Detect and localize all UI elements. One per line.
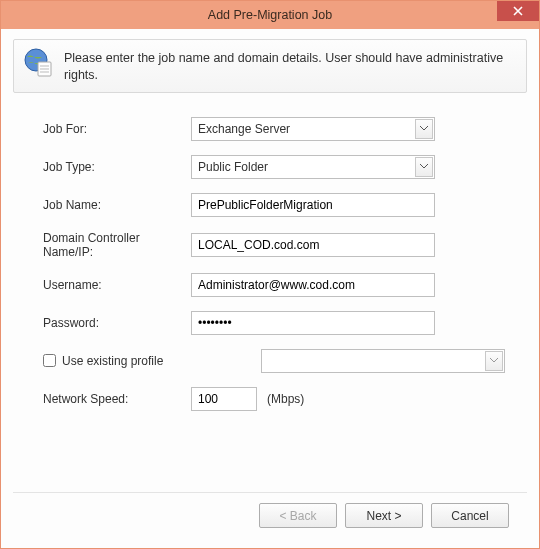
titlebar: Add Pre-Migration Job bbox=[1, 1, 539, 29]
row-network-speed: Network Speed: (Mbps) bbox=[43, 387, 505, 411]
job-name-input[interactable] bbox=[191, 193, 435, 217]
chevron-down-icon bbox=[485, 351, 503, 371]
chevron-down-icon bbox=[415, 157, 433, 177]
label-job-name: Job Name: bbox=[43, 198, 191, 212]
globe-document-icon bbox=[24, 48, 54, 78]
label-network-speed: Network Speed: bbox=[43, 392, 191, 406]
dialog-body: Please enter the job name and domain det… bbox=[1, 29, 539, 548]
network-speed-units: (Mbps) bbox=[267, 392, 304, 406]
domain-controller-input[interactable] bbox=[191, 233, 435, 257]
chevron-down-icon bbox=[415, 119, 433, 139]
instruction-banner: Please enter the job name and domain det… bbox=[13, 39, 527, 93]
job-for-value: Exchange Server bbox=[198, 122, 290, 136]
close-button[interactable] bbox=[497, 1, 539, 21]
label-job-type: Job Type: bbox=[43, 160, 191, 174]
job-type-value: Public Folder bbox=[198, 160, 268, 174]
back-button[interactable]: < Back bbox=[259, 503, 337, 528]
label-dc: Domain Controller Name/IP: bbox=[43, 231, 191, 259]
footer-buttons: < Back Next > Cancel bbox=[13, 493, 527, 540]
label-username: Username: bbox=[43, 278, 191, 292]
row-job-type: Job Type: Public Folder bbox=[43, 155, 505, 179]
username-input[interactable] bbox=[191, 273, 435, 297]
instruction-text: Please enter the job name and domain det… bbox=[64, 48, 516, 84]
form-area: Job For: Exchange Server Job Type: Publi… bbox=[13, 93, 527, 425]
cancel-button[interactable]: Cancel bbox=[431, 503, 509, 528]
label-job-for: Job For: bbox=[43, 122, 191, 136]
row-password: Password: bbox=[43, 311, 505, 335]
row-use-existing-profile: Use existing profile bbox=[43, 349, 505, 373]
row-job-for: Job For: Exchange Server bbox=[43, 117, 505, 141]
dialog-window: Add Pre-Migration Job Please enter the bbox=[0, 0, 540, 549]
job-for-dropdown[interactable]: Exchange Server bbox=[191, 117, 435, 141]
row-job-name: Job Name: bbox=[43, 193, 505, 217]
label-password: Password: bbox=[43, 316, 191, 330]
existing-profile-dropdown[interactable] bbox=[261, 349, 505, 373]
password-input[interactable] bbox=[191, 311, 435, 335]
window-title: Add Pre-Migration Job bbox=[208, 8, 332, 22]
label-use-existing-profile: Use existing profile bbox=[62, 354, 163, 368]
use-existing-profile-checkbox[interactable] bbox=[43, 354, 56, 367]
next-button[interactable]: Next > bbox=[345, 503, 423, 528]
row-dc: Domain Controller Name/IP: bbox=[43, 231, 505, 259]
row-username: Username: bbox=[43, 273, 505, 297]
network-speed-input[interactable] bbox=[191, 387, 257, 411]
close-icon bbox=[513, 5, 523, 18]
job-type-dropdown[interactable]: Public Folder bbox=[191, 155, 435, 179]
